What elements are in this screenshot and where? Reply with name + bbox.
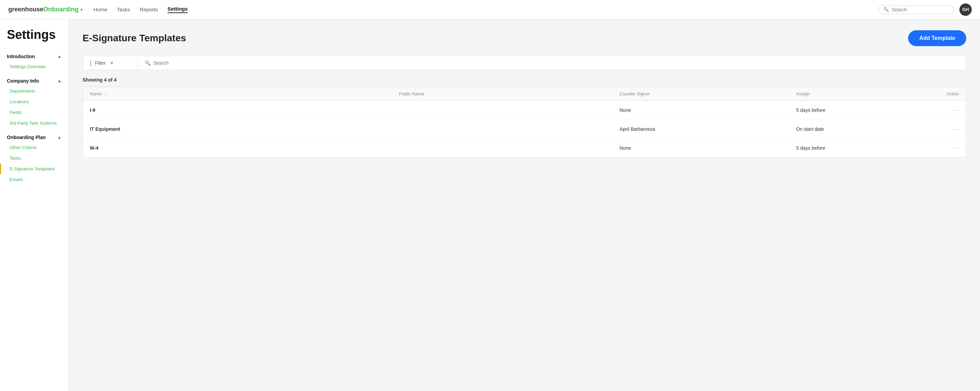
main-content: E-Signature Templates Add Template ⎣ Fil…: [69, 19, 980, 391]
row-1-action: ⋯: [922, 101, 966, 120]
row-2-assign: On start date: [789, 120, 921, 139]
row-1-action-menu-button[interactable]: ⋯: [952, 107, 959, 113]
row-2-counter-signer: April Barbarossa: [613, 120, 789, 139]
logo-text-green: Onboarding: [43, 6, 78, 13]
sidebar-item-esignature-templates[interactable]: E-Signature Templates: [0, 163, 68, 174]
row-2-public-name: [392, 120, 613, 139]
row-2-action: ⋯: [922, 120, 966, 139]
sidebar-section-onboarding-plan-label: Onboarding Plan: [7, 134, 46, 140]
row-3-action: ⋯: [922, 139, 966, 158]
sidebar-item-fields[interactable]: Fields: [0, 107, 68, 118]
column-header-assign: Assign: [789, 87, 921, 101]
sort-icon: ↕: [104, 92, 106, 96]
onboarding-plan-chevron-icon: ▲: [57, 135, 62, 140]
search-box[interactable]: 🔍: [878, 5, 954, 14]
sidebar-section-introduction-label: Introduction: [7, 54, 35, 59]
sidebar-item-settings-overview[interactable]: Settings Overview: [0, 61, 68, 72]
table-search-icon: 🔍: [145, 60, 151, 66]
table-header-row: Name ↕ Public Name Counter Signer Assign…: [83, 87, 966, 101]
nav-reports[interactable]: Reports: [140, 6, 158, 13]
sidebar-item-locations[interactable]: Locations: [0, 96, 68, 107]
row-1-public-name: [392, 101, 613, 120]
top-navigation: greenhouse Onboarding ▾ Home Tasks Repor…: [0, 0, 980, 19]
table-search-section: 🔍: [138, 56, 966, 70]
sidebar-item-other-criteria[interactable]: Other Criteria: [0, 142, 68, 153]
table-search-input[interactable]: [153, 60, 959, 66]
esignature-templates-table: Name ↕ Public Name Counter Signer Assign…: [83, 87, 966, 157]
showing-count: Showing 4 of 4: [83, 77, 966, 83]
table-row: W-4 None 5 days before ⋯: [83, 139, 966, 158]
search-icon: 🔍: [883, 7, 889, 12]
company-info-chevron-icon: ▲: [57, 78, 62, 83]
row-1-assign: 5 days before: [789, 101, 921, 120]
row-3-name: W-4: [83, 139, 392, 158]
column-header-action: Action: [922, 87, 966, 101]
sidebar-section-company-info[interactable]: Company Info ▲: [0, 75, 68, 86]
filter-section[interactable]: ⎣ Filter ▼: [83, 56, 138, 70]
row-2-action-menu-button[interactable]: ⋯: [952, 126, 959, 132]
column-header-counter-signer: Counter Signer: [613, 87, 789, 101]
sidebar: Settings Introduction ▲ Settings Overvie…: [0, 19, 69, 391]
row-3-public-name: [392, 139, 613, 158]
logo-chevron-icon: ▾: [81, 7, 83, 12]
sidebar-item-departments[interactable]: Departments: [0, 86, 68, 96]
table-row: IT Equipment April Barbarossa On start d…: [83, 120, 966, 139]
nav-links: Home Tasks Reports Settings: [94, 6, 878, 13]
nav-settings[interactable]: Settings: [167, 6, 188, 13]
row-2-name: IT Equipment: [83, 120, 392, 139]
row-3-assign: 5 days before: [789, 139, 921, 158]
filter-bar: ⎣ Filter ▼ 🔍: [83, 56, 966, 70]
table-container: Name ↕ Public Name Counter Signer Assign…: [83, 87, 966, 158]
sidebar-item-emails[interactable]: Emails: [0, 174, 68, 185]
sidebar-section-introduction[interactable]: Introduction ▲: [0, 50, 68, 61]
search-input[interactable]: [892, 7, 940, 13]
avatar[interactable]: GH: [959, 3, 972, 16]
nav-tasks[interactable]: Tasks: [117, 6, 130, 13]
sidebar-section-onboarding-plan[interactable]: Onboarding Plan ▲: [0, 131, 68, 142]
filter-label: Filter: [95, 60, 105, 66]
column-header-public-name: Public Name: [392, 87, 613, 101]
nav-right: 🔍 GH: [878, 3, 972, 16]
row-3-action-menu-button[interactable]: ⋯: [952, 145, 959, 152]
filter-icon: ⎣: [90, 60, 92, 66]
sidebar-item-3rd-party[interactable]: 3rd-Party Task Systems: [0, 118, 68, 128]
introduction-chevron-icon: ▲: [57, 54, 62, 59]
logo[interactable]: greenhouse Onboarding ▾: [8, 6, 83, 13]
sidebar-section-company-info-label: Company Info: [7, 78, 39, 84]
row-1-counter-signer: None: [613, 101, 789, 120]
page-title: Settings: [0, 25, 68, 50]
row-3-counter-signer: None: [613, 139, 789, 158]
filter-chevron-icon: ▼: [110, 61, 114, 65]
add-template-button[interactable]: Add Template: [908, 30, 966, 46]
nav-home[interactable]: Home: [94, 6, 107, 13]
logo-text-black: greenhouse: [8, 6, 43, 13]
row-1-name: I-9: [83, 101, 392, 120]
main-layout: Settings Introduction ▲ Settings Overvie…: [0, 19, 980, 391]
content-title: E-Signature Templates: [83, 33, 186, 44]
sidebar-item-tasks[interactable]: Tasks: [0, 153, 68, 163]
content-header: E-Signature Templates Add Template: [83, 30, 966, 46]
column-header-name[interactable]: Name ↕: [83, 87, 392, 101]
table-row: I-9 None 5 days before ⋯: [83, 101, 966, 120]
